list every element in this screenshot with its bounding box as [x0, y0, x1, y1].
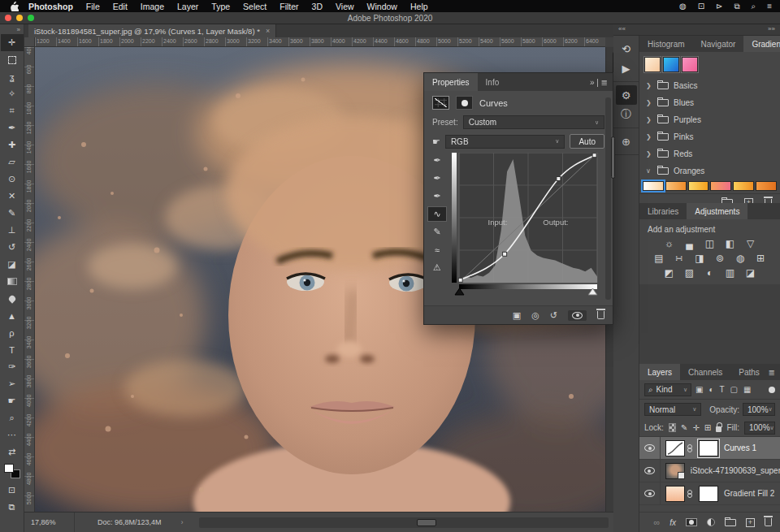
channel-select[interactable]: RGB ∨	[445, 135, 566, 149]
gradient-map-icon[interactable]: ▥	[724, 267, 737, 279]
eye-icon[interactable]	[644, 467, 655, 474]
gradients-tab-gradients[interactable]: Gradients	[743, 36, 780, 52]
curves-adjustment-icon[interactable]	[432, 96, 449, 110]
mask-link-icon[interactable]	[687, 490, 692, 498]
marquee-tool[interactable]	[1, 51, 24, 68]
menu-type[interactable]: Type	[205, 2, 236, 11]
clone-source-panel-icon[interactable]: ⊕	[613, 132, 639, 151]
levels-icon[interactable]: ▄	[683, 238, 696, 249]
gradients-tab-histogram[interactable]: Histogram	[639, 36, 693, 52]
collapse-panels-icon[interactable]: ««	[618, 25, 626, 34]
exposure-icon[interactable]: ◧	[724, 238, 737, 249]
hue-saturation-icon[interactable]: ▤	[652, 253, 665, 264]
eye-icon[interactable]	[644, 490, 655, 497]
black-point-eyedropper[interactable]: ✒	[427, 153, 447, 168]
new-adjustment-layer-icon[interactable]	[707, 518, 715, 526]
lock-artboard-icon[interactable]: ⊞	[704, 423, 711, 432]
menu-help[interactable]: Help	[404, 2, 435, 11]
new-group-icon[interactable]	[725, 519, 736, 526]
photo-filter-icon[interactable]: ⊚	[713, 253, 726, 264]
curve-point-tool[interactable]: ∿	[427, 206, 447, 222]
view-previous-state-icon[interactable]: ◎	[531, 310, 540, 321]
layer-thumbnail[interactable]	[665, 463, 685, 479]
clipping-warning[interactable]: ⚠	[427, 260, 447, 275]
curve-point[interactable]	[557, 177, 561, 181]
curves-icon[interactable]: ◫	[704, 238, 717, 249]
auto-button[interactable]: Auto	[570, 134, 604, 149]
curve-point[interactable]	[503, 252, 507, 256]
path-select-tool[interactable]: ➢	[1, 375, 24, 392]
filter-kind-select[interactable]: ⌕ Kind ∨	[644, 383, 691, 396]
chevron-right-icon[interactable]: ❯	[646, 116, 652, 123]
control-center-icon[interactable]: ≡	[767, 2, 772, 11]
filter-type-icon-4[interactable]: ▢	[730, 385, 738, 394]
gradient-tool[interactable]	[1, 273, 24, 290]
delete-adjustment-icon[interactable]	[597, 311, 604, 319]
dodge-tool[interactable]: ρ	[1, 324, 24, 341]
layer-name[interactable]: Gradient Fill 2	[724, 489, 774, 498]
creative-cloud-icon[interactable]: ◍	[679, 2, 687, 11]
layer-name[interactable]: iStock-471900639_super	[691, 466, 780, 475]
hand-tool[interactable]: ☛	[1, 392, 24, 409]
gradient-folder-purples[interactable]: ❯Purples	[639, 111, 780, 128]
orange-gradient-swatch-2[interactable]	[665, 181, 687, 191]
document-tab[interactable]: iStock-181894581_super.jpg @ 17,9% (Curv…	[28, 24, 276, 37]
more-tools[interactable]: ⋯	[1, 426, 24, 443]
gradient-folder-reds[interactable]: ❯Reds	[639, 145, 780, 162]
preset-select[interactable]: Custom ∨	[463, 115, 604, 129]
content-aware-move-tool[interactable]: ✕	[1, 188, 24, 205]
menu-3d[interactable]: 3D	[306, 2, 329, 11]
history-panel-icon[interactable]: ⟲	[613, 39, 639, 58]
gradient-folder-pinks[interactable]: ❯Pinks	[639, 128, 780, 145]
brush-tool[interactable]: ✎	[1, 205, 24, 222]
blue-gradient[interactable]	[663, 57, 679, 72]
crop-tool[interactable]: ⌗	[1, 102, 24, 119]
orange-gradient-swatch-6[interactable]	[756, 181, 777, 191]
menu-file[interactable]: File	[80, 2, 106, 11]
chevron-right-icon[interactable]: ❯	[646, 133, 652, 141]
filter-type-icon-3[interactable]: T	[720, 385, 725, 394]
lock-all-icon[interactable]	[716, 426, 722, 432]
menu-photoshop[interactable]: Photoshop	[22, 2, 80, 11]
notifications-icon[interactable]: ⊡	[698, 2, 704, 11]
spot-healing-tool[interactable]: ✚	[1, 136, 24, 154]
quick-selection-tool[interactable]: ✧	[1, 85, 24, 102]
zoom-tool[interactable]: ⌕	[1, 409, 24, 426]
sharpen-tool[interactable]: ▲	[1, 307, 24, 324]
properties-scroll-thumb[interactable]	[611, 136, 615, 179]
color-lookup-icon[interactable]: ⊞	[754, 253, 767, 264]
white-point-eyedropper[interactable]: ✒	[427, 188, 447, 204]
black-point-slider[interactable]	[455, 288, 464, 295]
blur-tool[interactable]	[1, 290, 24, 307]
menu-image[interactable]: Image	[134, 2, 171, 11]
clip-to-layer-icon[interactable]: ▣	[513, 310, 521, 321]
properties-panel-icon[interactable]: ⚙	[616, 85, 637, 105]
properties-panel-menu-icon[interactable]: » | ≣	[590, 73, 613, 91]
gray-point-eyedropper[interactable]: ✒	[427, 171, 447, 186]
gradient-folder-basics[interactable]: ❯Basics	[639, 77, 780, 94]
layer-row[interactable]: Gradient Fill 2	[639, 482, 780, 505]
selective-color-icon[interactable]: ◪	[744, 267, 757, 279]
properties-scrollbar[interactable]	[605, 97, 611, 300]
red-eye-tool[interactable]: ⊙	[1, 171, 24, 188]
pink-gradient[interactable]	[682, 57, 698, 72]
layer-thumbnail[interactable]	[665, 486, 685, 502]
layer-row[interactable]: Curves 1	[639, 437, 780, 460]
gradient-folder-blues[interactable]: ❯Blues	[639, 94, 780, 111]
layers-tab-layers[interactable]: Layers	[639, 364, 680, 380]
menu-select[interactable]: Select	[236, 2, 273, 11]
targeted-adjustment-icon[interactable]: ☛	[432, 136, 440, 147]
displays-icon[interactable]: ⧉	[734, 2, 739, 11]
eraser-tool[interactable]: ◪	[1, 256, 24, 273]
menu-layer[interactable]: Layer	[171, 2, 205, 11]
layer-visibility-cell[interactable]	[639, 460, 661, 482]
share-icon[interactable]: ⊳	[716, 2, 722, 11]
chevron-right-icon[interactable]: ❯	[646, 99, 652, 106]
layer-mask-icon[interactable]	[456, 96, 473, 110]
orange-gradient-swatch-1[interactable]	[643, 181, 664, 191]
properties-tab-info[interactable]: Info	[478, 73, 508, 91]
posterize-icon[interactable]: ▨	[683, 267, 696, 279]
layers-menu-icon[interactable]: ≣	[769, 364, 780, 380]
color-balance-icon[interactable]: ∺	[673, 253, 686, 264]
add-layer-mask-icon[interactable]	[686, 518, 697, 526]
